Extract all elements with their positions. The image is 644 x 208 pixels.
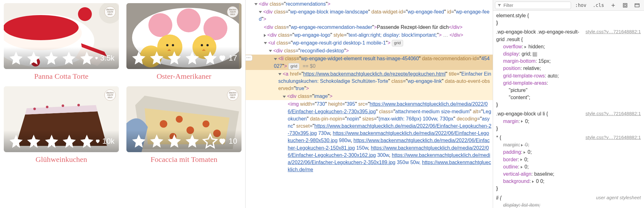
brand-badge: Backen macht Mich <box>104 89 116 101</box>
more-actions-button[interactable]: ⋯ <box>245 55 253 61</box>
css-property[interactable]: margin-bottom: 15px; <box>496 57 641 65</box>
css-rule[interactable]: element.style { <box>496 12 641 19</box>
css-property[interactable]: overflow: hidden; <box>496 43 641 50</box>
rating-stars <box>8 50 95 66</box>
source-link[interactable]: style.css?v…721648882:1 <box>586 28 641 35</box>
brand-badge: Backen macht Mich <box>104 6 116 18</box>
dom-node[interactable]: <div class="wp-engage-logo" style="text-… <box>246 31 493 39</box>
styles-filter-input[interactable] <box>503 3 569 8</box>
svg-rect-33 <box>624 4 626 6</box>
svg-point-10 <box>148 13 172 37</box>
css-property[interactable]: outline: 0; <box>496 163 641 170</box>
css-property[interactable]: vertical-align: baseline; <box>496 170 641 178</box>
recipe-card[interactable]: Backen macht Mich 10k Glühweinkuchen <box>4 86 119 164</box>
brand-badge: Backen macht Mich <box>227 89 238 101</box>
css-property[interactable]: background: 0 0; <box>496 178 641 185</box>
svg-point-24 <box>77 104 80 106</box>
recipe-card[interactable]: Backen macht Mich 3.5k Panna Cotta Torte <box>4 3 119 81</box>
svg-rect-34 <box>635 3 639 7</box>
heart-icon <box>218 54 227 62</box>
source-link[interactable]: style.css?v…721648882:1 <box>586 134 641 141</box>
svg-point-16 <box>166 44 169 46</box>
heart-icon <box>218 137 227 146</box>
css-property[interactable]: grid-template-areas: <box>496 79 641 87</box>
svg-point-26 <box>160 120 167 128</box>
likes: 10k <box>95 137 114 146</box>
dom-node[interactable]: <div class="image"> <box>246 92 493 100</box>
css-property[interactable]: display: list-item; <box>496 201 641 208</box>
source-link[interactable]: style.css?v…721648882:1 <box>586 110 641 117</box>
recipe-title[interactable]: Panna Cotta Torte <box>4 72 119 81</box>
recipe-card[interactable]: Backen macht Mich 10 Focaccia mit Tomate… <box>126 86 242 164</box>
rating-stars <box>131 50 218 66</box>
css-property[interactable]: margin: 0; <box>496 118 641 125</box>
svg-point-23 <box>62 104 64 107</box>
recipe-title[interactable]: Glühweinkuchen <box>4 155 119 164</box>
svg-point-27 <box>176 116 183 123</box>
heart-icon <box>95 56 98 60</box>
recipe-title[interactable]: Focaccia mit Tomaten <box>126 155 242 164</box>
card-overlay: 17 <box>126 47 242 69</box>
svg-point-17 <box>172 44 174 46</box>
elements-panel[interactable]: <div class="recommendations"> <div class… <box>245 0 493 208</box>
dom-node[interactable]: <a href="https://www.backenmachtglueckli… <box>246 70 493 93</box>
recipe-image[interactable]: Backen macht Mich 10 <box>126 86 242 152</box>
svg-point-4 <box>78 7 92 21</box>
dom-node[interactable]: <div class="recommendations"> <box>246 0 493 8</box>
source-link: user agent stylesheet <box>596 194 641 201</box>
filter-box[interactable] <box>495 2 571 9</box>
cls-toggle[interactable]: .cls <box>591 2 606 9</box>
svg-point-18 <box>201 44 203 46</box>
svg-point-22 <box>46 106 48 108</box>
dom-node-selected[interactable]: ⋯ <li class="wp-engage-widget-element re… <box>246 55 493 70</box>
rating-stars <box>131 133 218 149</box>
css-property[interactable]: margin: 0; <box>496 141 641 148</box>
css-property[interactable]: grid-template-rows: auto; <box>496 72 641 79</box>
css-rule[interactable]: user agent stylesheet li { <box>496 194 641 201</box>
likes: 17 <box>218 54 237 62</box>
svg-point-21 <box>33 108 36 110</box>
css-rule[interactable]: style.css?v…721648882:1 .wp-engage-block… <box>496 28 641 43</box>
dom-node[interactable]: <img width="730" height="395" src="https… <box>246 100 493 173</box>
css-property[interactable]: border: 0; <box>496 156 641 163</box>
svg-point-19 <box>207 44 209 46</box>
recipe-card[interactable]: Backen macht Mich 17 Oster-Amerikaner <box>126 3 242 81</box>
svg-point-3 <box>4 15 79 40</box>
recipe-image[interactable]: Backen macht Mich 17 <box>126 3 242 69</box>
dom-node[interactable]: <div class="recognified-desktop"> <box>246 47 493 55</box>
svg-rect-32 <box>623 3 627 7</box>
dom-node[interactable]: <div class="wp-engage-recommendation-hea… <box>246 23 493 31</box>
rating-stars <box>8 133 95 149</box>
card-overlay: 10k <box>4 130 119 152</box>
svg-point-29 <box>203 120 209 127</box>
css-rule[interactable]: style.css?v…721648882:1 .wp-engage-block… <box>496 110 641 117</box>
recipe-image[interactable]: Backen macht Mich 3.5k <box>4 3 119 69</box>
recipe-title[interactable]: Oster-Amerikaner <box>126 72 242 81</box>
css-property[interactable]: padding: 0; <box>496 148 641 156</box>
styles-panel[interactable]: :hov .cls element.style { } style.css?v…… <box>493 0 644 208</box>
css-rule[interactable]: style.css?v…721648882:1 * { <box>496 134 641 141</box>
styles-toolbar: :hov .cls <box>493 0 644 11</box>
page-content: Backen macht Mich 3.5k Panna Cotta Torte <box>0 0 245 208</box>
likes: 10 <box>218 137 237 146</box>
computed-layout-button[interactable] <box>620 2 630 9</box>
dom-node[interactable]: <ul class="wp-engage-result-grid desktop… <box>246 39 493 47</box>
dom-node[interactable]: <div class="wp-engage-block image-landsc… <box>246 8 493 23</box>
card-overlay: 10 <box>126 130 242 152</box>
new-rule-button[interactable] <box>608 2 618 9</box>
brand-badge: Backen macht Mich <box>227 6 238 18</box>
css-property[interactable]: display: grid; <box>496 50 641 57</box>
hov-toggle[interactable]: :hov <box>573 2 589 9</box>
card-overlay: 3.5k <box>4 47 119 69</box>
css-property[interactable]: position: relative; <box>496 65 641 72</box>
svg-point-11 <box>177 8 201 32</box>
heart-icon <box>95 138 101 144</box>
likes: 3.5k <box>95 54 114 62</box>
recipe-image[interactable]: Backen macht Mich 10k <box>4 86 119 152</box>
more-icon[interactable] <box>632 2 642 9</box>
filter-icon <box>497 3 502 8</box>
